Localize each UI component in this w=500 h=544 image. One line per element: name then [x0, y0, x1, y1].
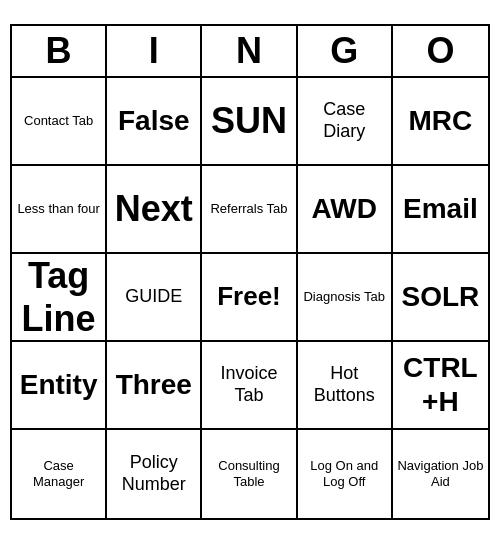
header-letter: O [393, 26, 488, 76]
cell-text: Three [116, 368, 192, 402]
bingo-cell: Tag Line [12, 254, 107, 342]
bingo-cell: Consulting Table [202, 430, 297, 518]
bingo-cell: CTRL +H [393, 342, 488, 430]
cell-text: Contact Tab [24, 113, 93, 129]
header-letter: G [298, 26, 393, 76]
cell-text: AWD [312, 192, 377, 226]
bingo-header: BINGO [12, 26, 488, 78]
bingo-grid: Contact TabFalseSUNCase DiaryMRCLess tha… [12, 78, 488, 518]
bingo-card: BINGO Contact TabFalseSUNCase DiaryMRCLe… [10, 24, 490, 520]
cell-text: Case Manager [16, 458, 101, 489]
bingo-cell: Next [107, 166, 202, 254]
cell-text: GUIDE [125, 286, 182, 308]
bingo-cell: Navigation Job Aid [393, 430, 488, 518]
bingo-cell: Hot Buttons [298, 342, 393, 430]
bingo-cell: False [107, 78, 202, 166]
bingo-cell: Contact Tab [12, 78, 107, 166]
header-letter: N [202, 26, 297, 76]
bingo-cell: Case Diary [298, 78, 393, 166]
bingo-cell: GUIDE [107, 254, 202, 342]
bingo-cell: Invoice Tab [202, 342, 297, 430]
cell-text: Less than four [17, 201, 99, 217]
bingo-cell: Log On and Log Off [298, 430, 393, 518]
bingo-cell: AWD [298, 166, 393, 254]
cell-text: Free! [217, 281, 281, 312]
cell-text: MRC [409, 104, 473, 138]
cell-text: Policy Number [111, 452, 196, 495]
cell-text: SUN [211, 99, 287, 142]
bingo-cell: Entity [12, 342, 107, 430]
cell-text: Navigation Job Aid [397, 458, 484, 489]
bingo-cell: Three [107, 342, 202, 430]
bingo-cell: Free! [202, 254, 297, 342]
bingo-cell: Diagnosis Tab [298, 254, 393, 342]
bingo-cell: Policy Number [107, 430, 202, 518]
bingo-cell: SUN [202, 78, 297, 166]
cell-text: Consulting Table [206, 458, 291, 489]
cell-text: Next [115, 187, 193, 230]
bingo-cell: MRC [393, 78, 488, 166]
cell-text: Hot Buttons [302, 363, 387, 406]
bingo-cell: Email [393, 166, 488, 254]
cell-text: Email [403, 192, 478, 226]
cell-text: Log On and Log Off [302, 458, 387, 489]
bingo-cell: Case Manager [12, 430, 107, 518]
header-letter: B [12, 26, 107, 76]
cell-text: SOLR [402, 280, 480, 314]
cell-text: CTRL +H [397, 351, 484, 418]
bingo-cell: Less than four [12, 166, 107, 254]
cell-text: Tag Line [16, 254, 101, 340]
bingo-cell: SOLR [393, 254, 488, 342]
cell-text: Diagnosis Tab [303, 289, 384, 305]
cell-text: Referrals Tab [210, 201, 287, 217]
cell-text: False [118, 104, 190, 138]
bingo-cell: Referrals Tab [202, 166, 297, 254]
cell-text: Invoice Tab [206, 363, 291, 406]
cell-text: Entity [20, 368, 98, 402]
header-letter: I [107, 26, 202, 76]
cell-text: Case Diary [302, 99, 387, 142]
